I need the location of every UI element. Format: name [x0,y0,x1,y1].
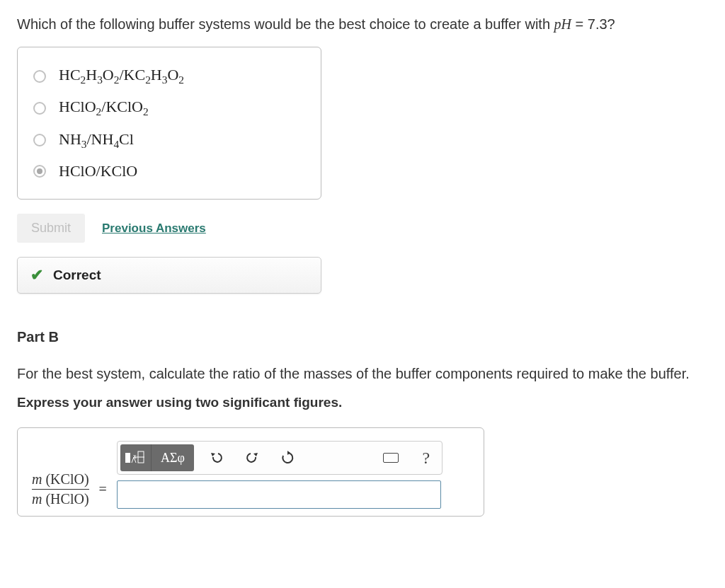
option-1[interactable]: HC2H3O2/KC2H3O2 [33,60,305,92]
answer-box: m (KClO) m (HClO) = x ΑΣφ [17,427,484,517]
option-label: HC2H3O2/KC2H3O2 [59,66,184,86]
ph-symbol: pH [554,16,571,32]
radio-unselected-icon[interactable] [33,134,46,146]
help-button[interactable]: ? [413,445,439,471]
undo-button[interactable] [204,445,229,471]
answer-input[interactable] [117,480,441,509]
option-3[interactable]: NH3/NH4Cl [33,125,305,156]
radio-unselected-icon[interactable] [33,70,46,83]
submit-button[interactable]: Submit [17,214,85,243]
part-b-label: Part B [17,329,708,345]
toolbar-group: x ΑΣφ [120,444,194,471]
option-label: NH3/NH4Cl [59,130,134,151]
check-icon: ✔ [30,266,43,284]
part-a-question: Which of the following buffer systems wo… [17,14,708,34]
feedback-text: Correct [53,267,101,283]
equation-toolbar: x ΑΣφ [117,441,443,475]
ph-value: = 7.3? [571,16,615,32]
radio-selected-icon[interactable] [33,165,46,178]
keyboard-button[interactable] [378,445,404,471]
option-2[interactable]: HClO2/KClO2 [33,92,305,124]
svg-text:x: x [133,452,137,460]
templates-button[interactable]: x [120,444,152,471]
options-box: HC2H3O2/KC2H3O2 HClO2/KClO2 NH3/NH4Cl HC… [17,47,321,200]
reset-button[interactable] [275,445,300,471]
radio-unselected-icon[interactable] [33,102,46,115]
redo-button[interactable] [239,445,265,471]
actions-row: Submit Previous Answers [17,214,708,243]
option-4[interactable]: HClO/KClO [33,156,305,186]
feedback-box: ✔ Correct [17,257,321,294]
question-text: Which of the following buffer systems wo… [17,16,554,32]
greek-button[interactable]: ΑΣφ [152,444,194,471]
keyboard-icon [383,453,399,463]
equals-sign: = [99,481,107,497]
option-label: HClO/KClO [59,162,137,180]
option-label: HClO2/KClO2 [59,98,149,118]
ratio-label: m (KClO) m (HClO) [32,471,89,507]
svg-rect-0 [125,453,130,463]
previous-answers-link[interactable]: Previous Answers [102,221,206,236]
part-b-instruction: Express your answer using two significan… [17,395,708,410]
part-b-question: For the best system, calculate the ratio… [17,364,708,384]
